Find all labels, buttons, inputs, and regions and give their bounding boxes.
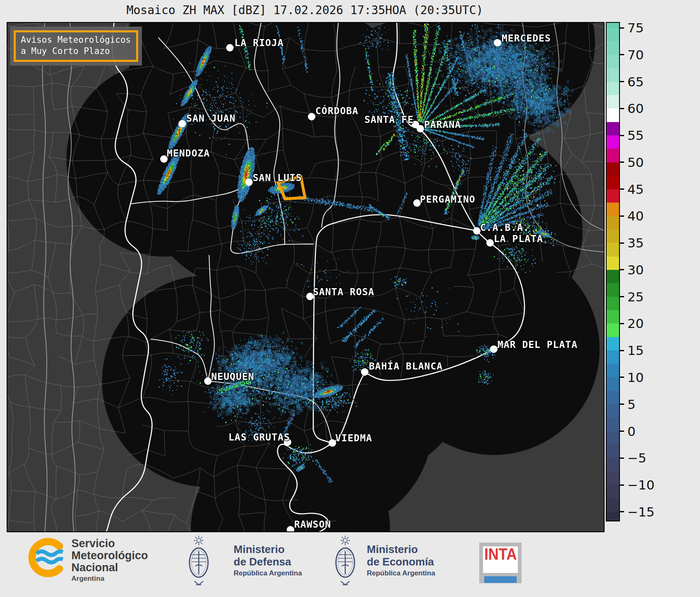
colorbar-segment	[607, 95, 619, 109]
colorbar-segment	[607, 283, 619, 297]
city-marker-dot	[494, 39, 501, 46]
city-marker-dot	[486, 239, 494, 247]
colorbar-tick	[620, 215, 624, 217]
economia-line3: República Argentina	[367, 568, 435, 579]
colorbar-segment	[607, 162, 619, 176]
colorbar-segment	[607, 135, 619, 149]
defensa-line2: de Defensa	[234, 555, 302, 568]
smn-wordmark: Servicio Meteorológico Nacional Argentin…	[71, 538, 148, 584]
colorbar-tick	[620, 188, 624, 190]
colorbar-tick	[620, 484, 624, 486]
colorbar-tick-label: 40	[627, 210, 644, 223]
warning-legend: Avisos Meteorológicos a Muy Corto Plazo	[10, 27, 142, 66]
colorbar-segment	[607, 404, 619, 418]
smn-logo	[25, 536, 68, 581]
colorbar-tick-label: 25	[627, 291, 644, 303]
city-marker-dot	[204, 377, 212, 385]
colorbar-tick	[620, 458, 624, 459]
city-marker-dot	[417, 125, 424, 132]
city-label: MERCEDES	[502, 33, 551, 44]
footer: Servicio Meteorológico Nacional Argentin…	[0, 532, 700, 597]
economia-wordmark: Ministerio de Economía República Argenti…	[367, 543, 435, 579]
colorbar: 757065605550454035302520151050−5−10−15	[607, 23, 698, 546]
smn-swirl-icon	[25, 536, 68, 579]
colorbar-tick	[620, 81, 624, 82]
city-label: SANTA FE	[364, 114, 414, 125]
colorbar-segment	[607, 337, 619, 351]
city-label: LA RIOJA	[234, 37, 284, 48]
warning-legend-line1: Avisos Meteorológicos	[21, 34, 131, 46]
city-label: RAWSON	[294, 519, 331, 530]
colorbar-segment	[607, 28, 619, 42]
smn-line1: Servicio	[71, 538, 148, 550]
colorbar-segment	[607, 445, 619, 458]
defensa-line1: Ministerio	[234, 543, 302, 555]
city-label: VIEDMA	[335, 433, 372, 443]
colorbar-segment	[607, 122, 619, 136]
colorbar-tick-label: 5	[627, 398, 636, 411]
city-label: BAHÍA BLANCA	[369, 361, 443, 372]
colorbar-tick-label: 20	[627, 317, 644, 330]
colorbar-segment	[607, 41, 619, 55]
colorbar-tick-label: 50	[627, 156, 644, 169]
colorbar-segment	[607, 176, 619, 189]
colorbar-segment	[607, 377, 619, 391]
colorbar-tick	[620, 296, 624, 297]
colorbar-segment	[607, 149, 619, 162]
colorbar-segment	[607, 243, 619, 257]
colorbar-segment	[607, 257, 619, 270]
city-label: MENDOZA	[167, 148, 210, 159]
colorbar-segment	[607, 512, 619, 521]
colorbar-tick	[620, 135, 624, 136]
city-marker-dot	[226, 44, 234, 51]
colorbar-segment	[607, 297, 619, 311]
colorbar-segment	[607, 498, 619, 512]
defensa-wordmark: Ministerio de Defensa República Argentin…	[234, 543, 302, 579]
colorbar-tick-label: 10	[627, 371, 644, 384]
colorbar-tick	[620, 377, 624, 378]
colorbar-tick-label: 45	[627, 183, 644, 196]
colorbar-segment	[607, 431, 619, 445]
city-label: C.A.B.A.	[480, 222, 529, 233]
colorbar-tick	[620, 323, 624, 324]
colorbar-tick-label: 75	[627, 22, 644, 34]
city-label: LA PLATA	[494, 233, 543, 244]
colorbar-segment	[607, 350, 619, 364]
inta-wordmark: INTA	[484, 546, 517, 563]
colorbar-segment	[607, 418, 619, 431]
city-label: LAS GRUTAS	[229, 432, 290, 443]
colorbar-tick-label: 60	[627, 102, 644, 115]
smn-line3: Nacional	[71, 562, 148, 574]
radar-echo-layer	[7, 23, 604, 531]
colorbar-tick	[620, 404, 624, 405]
warning-legend-line2: a Muy Corto Plazo	[21, 46, 131, 57]
defensa-line3: República Argentina	[234, 568, 302, 579]
colorbar-tick-label: 15	[627, 344, 644, 357]
city-marker-dot	[361, 368, 368, 376]
colorbar-segment	[607, 458, 619, 472]
smn-line4: Argentina	[71, 574, 148, 584]
city-label: CÓRDOBA	[315, 105, 359, 116]
city-marker-dot	[308, 113, 315, 120]
colorbar-segment	[607, 270, 619, 284]
colorbar-segment	[607, 82, 619, 95]
colorbar-tick	[620, 54, 624, 55]
city-label: SAN LUIS	[253, 172, 302, 183]
colorbar-scale	[607, 23, 619, 521]
colorbar-tick-label: 55	[627, 129, 644, 142]
city-marker-dot	[473, 227, 480, 235]
smn-line2: Meteorológico	[71, 550, 148, 562]
colorbar-segment	[607, 216, 619, 230]
inta-logo: INTA	[479, 543, 522, 583]
colorbar-segment	[607, 189, 619, 203]
inta-logo-inner: INTA	[483, 546, 518, 573]
colorbar-segment	[607, 485, 619, 499]
defensa-coat-of-arms-icon	[185, 535, 212, 589]
colorbar-tick	[620, 161, 624, 163]
colorbar-tick	[620, 108, 624, 109]
colorbar-tick	[620, 350, 624, 351]
inta-bar-top	[484, 576, 517, 580]
colorbar-tick	[620, 431, 624, 432]
colorbar-segment	[607, 323, 619, 337]
colorbar-tick-label: 65	[627, 76, 644, 88]
